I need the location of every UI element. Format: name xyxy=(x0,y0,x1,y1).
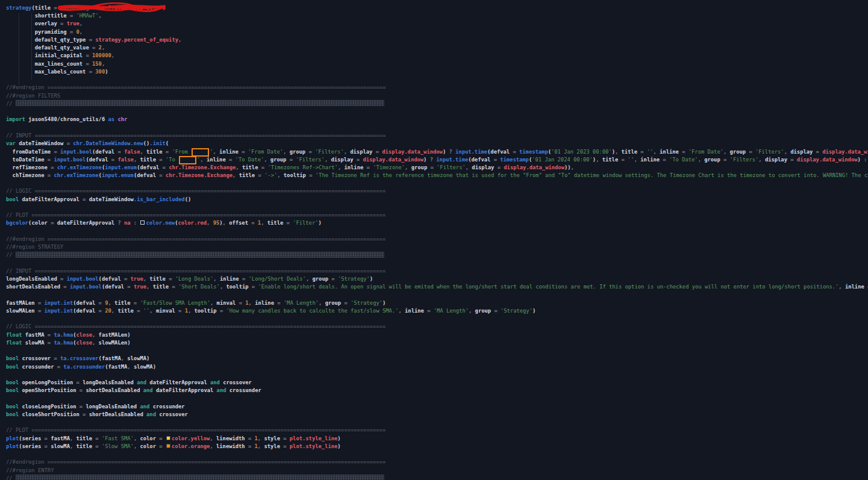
code-line xyxy=(6,419,868,426)
code-token: false xyxy=(124,149,140,155)
code-token: input.bool xyxy=(67,276,99,282)
code-token: 'Strategy' xyxy=(338,276,370,282)
code-token: .init xyxy=(149,140,165,146)
code-token: strategy xyxy=(6,5,31,11)
code-token: 'Short Deals' xyxy=(178,284,220,290)
code-token: bool xyxy=(6,379,19,385)
code-token: , xyxy=(210,443,216,449)
code-token: shortDealsEnabled xyxy=(89,411,143,417)
code-token: , xyxy=(258,435,264,441)
code-token: 95 xyxy=(213,220,220,226)
code-token: , xyxy=(92,332,99,338)
code-token: // PLOT ================================… xyxy=(6,212,386,218)
code-token: crossover xyxy=(22,355,51,361)
code-token: = xyxy=(121,276,131,282)
code-token: = xyxy=(280,435,290,441)
code-line: refTimezone = chr.exTimezone(input.enum(… xyxy=(6,164,868,172)
code-token: , xyxy=(213,149,220,155)
code-token: fastMALen xyxy=(6,300,35,306)
code-token: = xyxy=(95,300,105,306)
code-token: fromDateTime xyxy=(13,149,51,155)
code-token: default_qty_value xyxy=(35,45,89,51)
code-token: , xyxy=(127,364,134,370)
code-token: = xyxy=(341,300,351,306)
code-token: //#region ENTRY xyxy=(6,467,54,473)
code-line: default_qty_type = strategy.percent_of_e… xyxy=(6,36,868,44)
pine-editor[interactable]: strategy(title = 'Trailing Take Profit S… xyxy=(0,0,868,480)
code-token: 'Long/Short Deals' xyxy=(249,276,306,282)
code-token: 'Filters' xyxy=(437,164,466,170)
code-line: float slowMA = ta.hma(close, slowMALen) xyxy=(6,339,868,347)
code-token: ? xyxy=(446,149,455,155)
color-swatch-orange-icon xyxy=(166,444,170,448)
code-token: , xyxy=(344,149,351,155)
code-token: , xyxy=(338,164,345,170)
code-token: , xyxy=(121,355,128,361)
code-token: plot.style_line xyxy=(290,435,337,441)
code-token: 'The Timezone Ref is the reference timez… xyxy=(316,172,868,178)
code-token: = xyxy=(76,404,86,410)
code-token: chr.DateTimeWindow.new xyxy=(73,140,143,146)
code-token: inline xyxy=(219,149,239,155)
code-token: , xyxy=(758,157,765,163)
code-token: ) xyxy=(105,69,108,75)
code-token: () xyxy=(143,140,150,146)
code-token: title xyxy=(267,220,283,226)
code-token: defval xyxy=(102,276,121,282)
code-token: , xyxy=(178,37,181,43)
code-token: // INPUT ===============================… xyxy=(6,268,386,274)
code-token: chr.Timezone.Exchange xyxy=(169,164,236,170)
code-token: group xyxy=(411,164,427,170)
code-token: // LOGIC ===============================… xyxy=(6,323,386,329)
code-token: 'To xyxy=(166,157,178,163)
code-token: ) xyxy=(127,332,130,338)
code-line: // PLOT ================================… xyxy=(6,211,868,219)
code-token: ) xyxy=(370,276,373,282)
code-token: title xyxy=(149,276,165,282)
code-token: )) xyxy=(564,164,571,170)
code-token: : xyxy=(131,220,140,226)
code-line: max_lines_count = 150, xyxy=(6,60,868,68)
code-token: title xyxy=(114,300,130,306)
code-token: = xyxy=(245,435,255,441)
code-token: //#endregion ===========================… xyxy=(6,84,386,90)
code-token: inline xyxy=(845,284,864,290)
code-line xyxy=(6,315,868,323)
code-token: = xyxy=(134,308,143,314)
code-token: defval xyxy=(490,149,510,155)
code-token: crossunder xyxy=(22,364,54,370)
code-token: = xyxy=(236,300,245,306)
code-token: = xyxy=(80,411,89,417)
code-token: // PLOT ================================… xyxy=(6,427,386,433)
code-token: defval xyxy=(76,308,96,314)
code-token: true xyxy=(134,284,146,290)
code-line: bool dateFilterApproval = dateTimeWindow… xyxy=(6,196,868,204)
code-token: '01 Jan 2024 00:00' xyxy=(532,157,593,163)
code-token: , xyxy=(596,157,602,163)
code-token: color.new xyxy=(146,220,175,226)
code-token: 'Fast SMA' xyxy=(102,435,134,441)
code-token: = xyxy=(114,149,124,155)
code-token: and xyxy=(140,387,155,393)
code-token: // xyxy=(6,101,16,107)
code-token: , xyxy=(80,20,83,26)
code-token: = xyxy=(372,149,382,155)
indent-guide xyxy=(31,13,32,79)
code-token: fastMA xyxy=(108,364,128,370)
code-line: // INPUT ===============================… xyxy=(6,267,868,275)
code-token: title xyxy=(239,172,255,178)
code-token: 20 xyxy=(105,308,111,314)
code-token: , xyxy=(134,435,140,441)
code-token: inline xyxy=(405,308,424,314)
code-token: , xyxy=(405,164,411,170)
code-token: dateTimeWindow xyxy=(19,140,63,146)
code-token: display xyxy=(331,157,354,163)
code-token: , xyxy=(784,149,791,155)
code-token xyxy=(6,149,13,155)
code-line: toDateTime = input.bool(defval = false, … xyxy=(6,155,868,163)
code-token: import xyxy=(6,116,25,122)
code-line: //#region FILTERS xyxy=(6,92,868,100)
code-token: , xyxy=(111,308,118,314)
code-token: longDealsEnabled xyxy=(83,379,134,385)
code-token: toDateTime xyxy=(13,157,45,163)
